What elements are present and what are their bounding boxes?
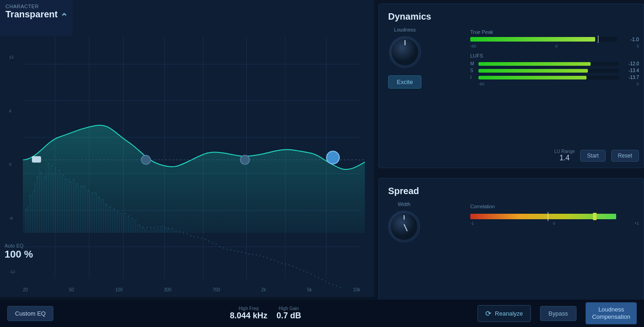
- svg-point-153: [234, 250, 235, 252]
- svg-point-163: [270, 259, 272, 260]
- corr-scale-max: +1: [634, 221, 639, 226]
- true-peak-tick: [598, 36, 598, 43]
- db-scale-neg6: -6: [9, 216, 15, 221]
- corr-indicator: [593, 213, 597, 220]
- svg-point-156: [245, 253, 246, 254]
- corr-bar: [470, 214, 616, 219]
- lufs-scale-min: -60: [478, 82, 484, 86]
- svg-point-192: [240, 155, 249, 164]
- lufs-label-m: M: [470, 61, 476, 66]
- freq-100: 100: [115, 287, 123, 292]
- db-scale-12: 12: [9, 55, 15, 59]
- corr-title: Correlation: [470, 204, 639, 209]
- svg-point-193: [327, 151, 339, 164]
- svg-point-195: [391, 38, 419, 66]
- freq-50: 50: [69, 287, 74, 292]
- svg-point-160: [260, 255, 261, 257]
- svg-point-181: [336, 285, 338, 287]
- svg-point-141: [190, 235, 192, 237]
- bypass-button[interactable]: Bypass: [540, 306, 577, 321]
- lufs-bar-m-wrap: [478, 62, 619, 66]
- true-peak-scale-zero: 0: [555, 44, 557, 48]
- character-dropdown-icon[interactable]: ⌃: [60, 11, 67, 18]
- auto-eq-text: Auto EQ: [5, 243, 33, 248]
- freq-2k: 2k: [261, 287, 266, 292]
- lufs-row-i: I -13.7: [470, 75, 639, 80]
- svg-point-140: [187, 233, 188, 235]
- svg-point-171: [300, 269, 301, 270]
- svg-point-143: [197, 237, 199, 238]
- freq-10k: 10k: [353, 287, 360, 292]
- high-gain-param: High Gain 0.7 dB: [276, 306, 301, 321]
- true-peak-scale-min: -60: [470, 44, 476, 48]
- lufs-val-m: -12.0: [622, 61, 639, 66]
- lufs-val-s: -13.4: [622, 68, 639, 73]
- loudness-label: Loudness: [394, 27, 416, 32]
- svg-point-162: [267, 258, 268, 259]
- db-scale-neg12: -12: [9, 269, 15, 274]
- svg-point-161: [263, 256, 265, 258]
- lufs-label-i: I: [470, 75, 476, 80]
- excite-button[interactable]: Excite: [388, 75, 421, 89]
- true-peak-value: -1.0: [621, 37, 639, 42]
- reanalyze-icon: ⟳: [485, 309, 491, 318]
- svg-point-179: [329, 283, 330, 284]
- svg-point-159: [256, 254, 257, 256]
- lufs-row-s: S -13.4: [470, 68, 639, 73]
- high-gain-label: High Gain: [279, 306, 299, 311]
- svg-point-164: [274, 260, 275, 261]
- svg-point-150: [223, 248, 224, 249]
- svg-point-166: [281, 263, 283, 264]
- auto-eq-label: Auto EQ 100 %: [5, 243, 33, 260]
- loudness-knob[interactable]: [389, 36, 421, 68]
- freq-20: 20: [23, 287, 28, 292]
- character-panel: Character Transparent ⌃: [0, 0, 73, 36]
- svg-point-144: [201, 238, 203, 239]
- width-knob[interactable]: [388, 211, 420, 243]
- svg-point-175: [314, 275, 316, 277]
- reanalyze-button[interactable]: ⟳ Reanalyze: [478, 305, 530, 322]
- svg-point-151: [227, 249, 228, 250]
- svg-point-176: [318, 277, 319, 279]
- svg-point-146: [208, 241, 210, 242]
- loudness-compensation-button[interactable]: Loudness Compensation: [586, 302, 637, 324]
- svg-point-152: [230, 249, 232, 251]
- corr-scale: -1 0 +1: [470, 221, 639, 226]
- corr-center-tick: [548, 212, 548, 221]
- custom-eq-button[interactable]: Custom EQ: [7, 306, 53, 321]
- auto-eq-value: 100 %: [5, 248, 33, 260]
- freq-700: 700: [213, 287, 220, 292]
- reset-button[interactable]: Reset: [611, 150, 639, 162]
- character-value: Transparent: [5, 9, 57, 20]
- lufs-row-m: M -12.0: [470, 61, 639, 66]
- svg-point-165: [278, 261, 279, 263]
- lufs-scale: -60 0: [470, 82, 639, 86]
- lufs-scale-max: 0: [637, 82, 639, 86]
- bottom-bar: Custom EQ High Freq 8.044 kHz High Gain …: [0, 300, 644, 327]
- svg-point-158: [252, 254, 254, 255]
- eq-chart[interactable]: [23, 37, 365, 288]
- svg-point-168: [289, 264, 290, 266]
- correlation-section: Correlation 0.7 -1 0 +1: [470, 204, 639, 226]
- dynamics-title: Dynamics: [379, 4, 644, 26]
- character-value-row: Transparent ⌃: [5, 9, 68, 20]
- reanalyze-label: Reanalyze: [495, 310, 523, 317]
- freq-labels: 20 50 100 300 700 2k 5k 10k: [23, 287, 360, 292]
- svg-point-197: [390, 213, 418, 240]
- character-label: Character: [5, 4, 68, 9]
- svg-point-174: [311, 274, 312, 275]
- spread-section: Spread Width Correlation: [379, 178, 644, 301]
- lufs-bar-i: [478, 76, 587, 79]
- svg-point-142: [194, 236, 195, 237]
- high-freq-label: High Freq: [239, 306, 259, 311]
- db-scale-6: 6: [9, 109, 15, 113]
- start-button[interactable]: Start: [580, 150, 605, 162]
- svg-point-149: [219, 246, 221, 248]
- true-peak-fill: [470, 37, 595, 42]
- lufs-bar-m: [478, 62, 591, 66]
- true-peak-scale: -60 0 6: [470, 44, 639, 48]
- svg-point-147: [212, 243, 213, 244]
- width-label: Width: [398, 201, 410, 207]
- svg-point-157: [249, 253, 250, 255]
- svg-point-148: [216, 244, 217, 245]
